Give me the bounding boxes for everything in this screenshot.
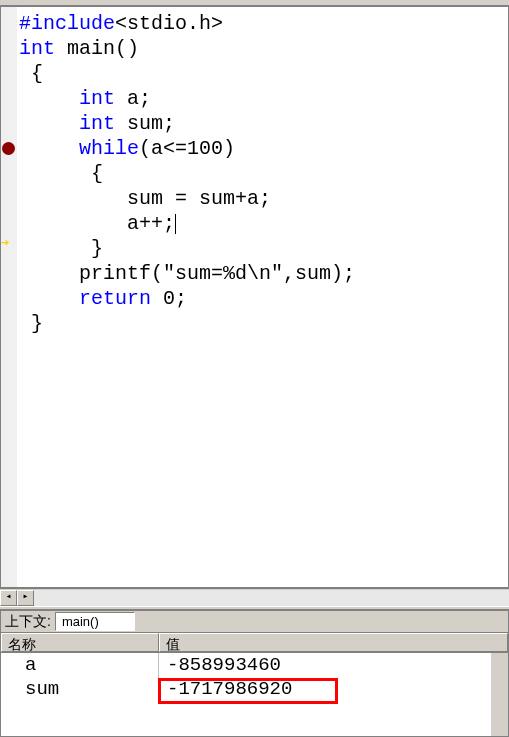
watch-header: 上下文: main() <box>1 611 508 633</box>
code-text: main() <box>55 37 139 60</box>
code-text: 0; <box>151 287 187 310</box>
code-content[interactable]: #include<stdio.h> int main() { int a; in… <box>1 7 508 336</box>
code-text: (a<=100) <box>139 137 235 160</box>
scroll-right-button[interactable]: ▸ <box>17 590 34 606</box>
keyword-int: int <box>19 37 55 60</box>
code-text: { <box>19 162 103 185</box>
scroll-track[interactable] <box>34 590 509 606</box>
horizontal-scrollbar[interactable]: ◂ ▸ <box>0 588 509 606</box>
code-text: } <box>19 312 43 335</box>
editor-gutter: ➔ <box>1 7 17 587</box>
context-dropdown[interactable]: main() <box>55 612 135 631</box>
keyword-int: int <box>79 112 115 135</box>
breakpoint-marker[interactable] <box>2 142 15 155</box>
keyword-include: #include <box>19 12 115 35</box>
context-label: 上下文: <box>5 613 51 631</box>
current-line-arrow-icon: ➔ <box>1 234 9 251</box>
watch-column-headers: 名称 值 <box>1 633 508 653</box>
code-text: { <box>19 62 43 85</box>
code-text: } <box>19 237 103 260</box>
keyword-while: while <box>79 137 139 160</box>
column-header-value[interactable]: 值 <box>159 633 508 652</box>
code-text: sum = sum+a; <box>19 187 271 210</box>
keyword-int: int <box>79 87 115 110</box>
code-editor[interactable]: ➔ #include<stdio.h> int main() { int a; … <box>0 6 509 588</box>
watch-var-value: -1717986920 <box>159 677 508 701</box>
watch-row[interactable]: a -858993460 <box>1 653 508 677</box>
vertical-scrollbar[interactable] <box>491 653 508 736</box>
watch-row[interactable]: sum -1717986920 <box>1 677 508 701</box>
keyword-return: return <box>79 287 151 310</box>
code-text: sum; <box>115 112 175 135</box>
code-text: a++; <box>19 212 175 235</box>
code-text: a; <box>115 87 151 110</box>
code-text: <stdio.h> <box>115 12 223 35</box>
watch-panel: 上下文: main() 名称 值 a -858993460 sum -17179… <box>0 610 509 737</box>
text-cursor <box>175 214 176 234</box>
scroll-left-button[interactable]: ◂ <box>0 590 17 606</box>
watch-var-name: sum <box>1 677 159 701</box>
watch-var-name: a <box>1 653 159 677</box>
watch-var-value: -858993460 <box>159 653 508 677</box>
code-text: printf("sum=%d\n",sum); <box>19 262 355 285</box>
column-header-name[interactable]: 名称 <box>1 633 159 652</box>
watch-body: a -858993460 sum -1717986920 <box>1 653 508 736</box>
